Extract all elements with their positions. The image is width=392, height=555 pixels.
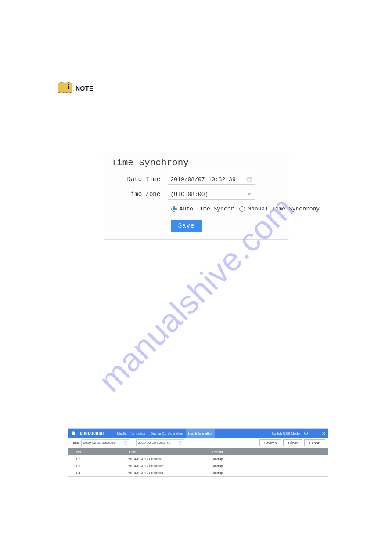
top-rule: [48, 42, 344, 42]
sync-mode-radios: Auto Time Synchr Manual Time Synchrony: [171, 206, 281, 212]
filter-end-input[interactable]: 2019-02-18 10:31:59: [136, 439, 184, 446]
note-label: NOTE: [76, 85, 94, 92]
gear-icon[interactable]: [303, 431, 309, 436]
radio-auto[interactable]: [171, 206, 177, 212]
panel-title: Time Synchrony: [111, 158, 281, 168]
time-zone-value: (UTC+08:00): [171, 191, 209, 198]
note-i-glyph: i: [68, 83, 69, 90]
calendar-icon[interactable]: [246, 176, 252, 182]
note-book-icon: i: [57, 82, 73, 95]
date-time-input[interactable]: 2019/08/07 10:32:39: [168, 174, 255, 185]
time-zone-label: Time Zone:: [111, 191, 168, 198]
log-window: 000000000 Media Information Device Confi…: [68, 428, 328, 477]
tab-device[interactable]: Device Configuration: [148, 429, 186, 438]
date-time-value: 2019/08/07 10:32:39: [171, 176, 236, 183]
table-row[interactable]: 02 2014-01-01 - 00:00:01 Startup: [68, 455, 328, 462]
svg-point-6: [306, 433, 306, 434]
log-filter-bar: Time 2019-02-18 10:31:59 - 2019-02-18 10…: [68, 438, 328, 448]
cell-time: 2014-01-01 - 00:00:02: [126, 464, 209, 468]
radio-auto-label: Auto Time Synchr: [180, 206, 234, 212]
time-synchrony-panel: Time Synchrony Date Time: 2019/08/07 10:…: [104, 152, 288, 240]
table-row[interactable]: 03 2014-01-01 - 00:00:02 Startup: [68, 462, 328, 469]
svg-rect-9: [179, 442, 182, 444]
filter-time-label: Time: [71, 441, 79, 445]
col-time: Time: [126, 450, 209, 454]
chevron-down-icon[interactable]: [246, 191, 252, 197]
cell-no: 02: [73, 457, 126, 461]
radio-manual-label: Manual Time Synchrony: [248, 206, 320, 212]
calendar-icon[interactable]: [178, 441, 183, 445]
filter-start-value: 2019-02-18 10:31:59: [83, 441, 115, 445]
table-row[interactable]: 04 2014-01-01 - 00:00:03 Startup: [68, 469, 328, 476]
tab-media[interactable]: Media Information: [115, 429, 148, 438]
col-no: No.: [73, 450, 126, 454]
time-zone-row: Time Zone: (UTC+08:00): [111, 189, 281, 200]
page: i NOTE Time Synchrony Date Time: 2019/08…: [0, 0, 392, 555]
log-tabs: Media Information Device Configuration L…: [115, 429, 216, 438]
shield-icon: [71, 431, 76, 435]
col-details: Details: [209, 450, 324, 454]
range-separator: -: [132, 441, 133, 445]
date-time-label: Date Time:: [111, 176, 168, 183]
time-zone-select[interactable]: (UTC+08:00): [168, 189, 255, 200]
svg-rect-7: [124, 442, 127, 444]
close-icon[interactable]: ✕: [321, 431, 326, 436]
log-titlebar: 000000000 Media Information Device Confi…: [68, 429, 328, 438]
svg-rect-1: [247, 178, 252, 181]
log-table-body: 02 2014-01-01 - 00:00:01 Startup 03 2014…: [68, 455, 328, 476]
log-table-header: No. Time Details: [68, 448, 328, 455]
radio-manual[interactable]: [239, 206, 245, 212]
cell-details: Startup: [209, 464, 324, 468]
cell-no: 03: [73, 464, 126, 468]
cell-no: 04: [73, 471, 126, 475]
minimize-icon[interactable]: —: [312, 431, 317, 436]
date-time-row: Date Time: 2019/08/07 10:32:39: [111, 174, 281, 185]
clear-button[interactable]: Clear: [283, 439, 302, 446]
device-serial: 000000000: [80, 431, 104, 436]
filter-end-value: 2019-02-18 10:31:59: [138, 441, 170, 445]
filter-start-input[interactable]: 2019-02-18 10:31:59: [81, 439, 129, 446]
cell-details: Startup: [209, 471, 324, 475]
note-block: i NOTE: [57, 82, 344, 95]
export-button[interactable]: Export: [304, 439, 325, 446]
save-button[interactable]: Save: [171, 220, 202, 232]
calendar-icon[interactable]: [123, 441, 128, 445]
cell-time: 2014-01-01 - 00:00:01: [126, 457, 209, 461]
tab-log[interactable]: Log Information: [186, 429, 216, 438]
switch-usb-label[interactable]: Switch USB Mode: [272, 432, 300, 435]
search-button[interactable]: Search: [259, 439, 282, 446]
cell-time: 2014-01-01 - 00:00:03: [126, 471, 209, 475]
cell-details: Startup: [209, 457, 324, 461]
